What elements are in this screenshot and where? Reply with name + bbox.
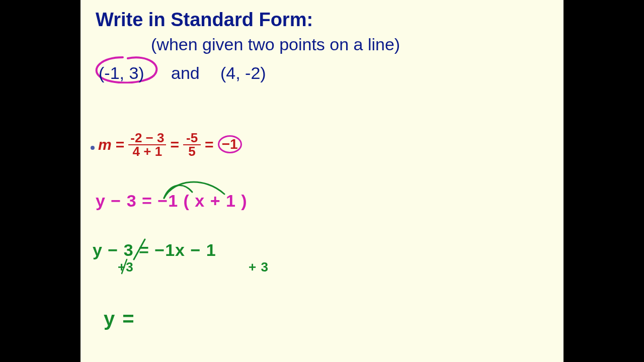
plus3-left: +3 bbox=[118, 259, 134, 275]
eq-2: = bbox=[170, 136, 179, 153]
slope-m: m bbox=[98, 136, 112, 153]
eq-1: = bbox=[116, 136, 125, 153]
svg-line-1 bbox=[122, 259, 127, 274]
slope-calculation: m = -2 − 3 4 + 1 = -5 5 = −1 bbox=[98, 132, 242, 157]
y-equals: y = bbox=[104, 308, 135, 330]
dist-row1-text: y − 3 = −1x − 1 bbox=[93, 240, 216, 259]
frac1-num: -2 − 3 bbox=[128, 132, 166, 145]
frac1-den: 4 + 1 bbox=[131, 145, 165, 158]
point-slope-equation: y − 3 = −1 ( x + 1 ) bbox=[96, 191, 248, 211]
slide-subtitle: (when given two points on a line) bbox=[151, 35, 548, 54]
slide-title: Write in Standard Form: bbox=[96, 9, 548, 31]
given-points: (-1, 3) and (4, -2) bbox=[96, 63, 548, 88]
fraction-1: -2 − 3 4 + 1 bbox=[128, 132, 166, 157]
point-2: (4, -2) bbox=[220, 63, 266, 83]
bullet-dot-icon bbox=[91, 146, 95, 150]
slide-whiteboard: Write in Standard Form: (when given two … bbox=[80, 0, 564, 362]
frac2-den: 5 bbox=[185, 145, 198, 158]
fraction-2: -5 5 bbox=[183, 132, 201, 157]
and-text: and bbox=[171, 63, 200, 83]
eq-3: = bbox=[205, 136, 214, 153]
distributed-equation: y − 3 = −1x − 1 +3 + 3 bbox=[93, 240, 304, 260]
frac2-num: -5 bbox=[183, 132, 201, 145]
strike-icon-small bbox=[121, 257, 128, 276]
plus3-right: + 3 bbox=[249, 259, 269, 275]
point-1: (-1, 3) bbox=[99, 63, 144, 83]
slope-result-circled: −1 bbox=[218, 135, 242, 153]
